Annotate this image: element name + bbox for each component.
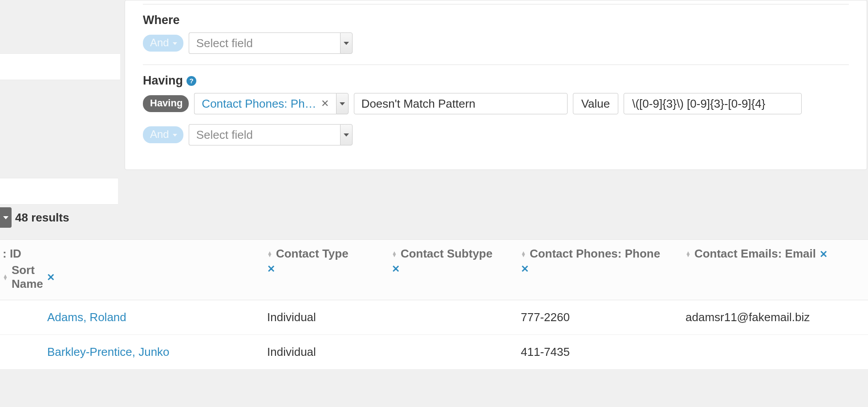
close-icon[interactable]: ✕ xyxy=(47,273,55,282)
value-label-text: Value xyxy=(581,97,610,111)
where-title-text: Where xyxy=(143,13,180,27)
cell-sort-name[interactable]: Barkley-Prentice, Junko xyxy=(47,345,267,359)
having-pattern-input[interactable]: \([0-9]{3}\) [0-9]{3}-[0-9]{4} xyxy=(624,93,802,114)
table-row[interactable]: Barkley-Prentice, Junko Individual 411-7… xyxy=(0,335,868,370)
cell-contact-type: Individual xyxy=(267,345,392,359)
having-title: Having ? xyxy=(143,74,849,88)
contact-link[interactable]: Barkley-Prentice, Junko xyxy=(47,345,170,359)
where-field-select[interactable]: Select field xyxy=(189,32,353,54)
caret-down-icon xyxy=(173,134,177,137)
caret-down-icon[interactable] xyxy=(340,124,353,145)
results-dropdown-toggle[interactable] xyxy=(0,207,12,228)
where-field-placeholder: Select field xyxy=(196,36,253,50)
col-contact-subtype[interactable]: Contact Subtype ✕ xyxy=(392,247,521,274)
where-section: Where And Select field xyxy=(143,4,849,64)
filter-panel: Where And Select field xyxy=(125,0,867,170)
having-field-body[interactable]: Contact Phones: Ph… ✕ xyxy=(194,93,336,114)
sort-icon[interactable] xyxy=(267,251,272,257)
having-field-select[interactable]: Contact Phones: Ph… ✕ xyxy=(194,93,348,114)
col-contact-phone[interactable]: Contact Phones: Phone ✕ xyxy=(521,247,685,274)
help-icon[interactable]: ? xyxy=(187,76,196,86)
value-label-button[interactable]: Value xyxy=(573,93,619,114)
table-header: : ID Sort Name ✕ Contact Type ✕ xyxy=(0,240,868,300)
having-and-button[interactable]: And xyxy=(143,126,183,143)
close-icon[interactable]: ✕ xyxy=(392,264,400,274)
results-count: 48 results xyxy=(15,211,69,225)
cell-contact-type: Individual xyxy=(267,310,392,324)
having-badge-label: Having xyxy=(150,98,183,108)
col-contact-type[interactable]: Contact Type ✕ xyxy=(267,247,392,274)
close-icon[interactable]: ✕ xyxy=(321,98,329,109)
close-icon[interactable]: ✕ xyxy=(819,250,827,259)
where-and-label: And xyxy=(150,37,169,48)
having-operator-select[interactable]: Doesn't Match Pattern xyxy=(354,93,568,114)
having-field-value: Contact Phones: Ph… xyxy=(202,97,316,111)
having-badge: Having xyxy=(143,95,189,112)
sort-icon[interactable] xyxy=(392,251,397,257)
caret-down-icon xyxy=(173,42,177,45)
having-add-field-body[interactable]: Select field xyxy=(189,124,340,145)
sidebar-stub-top xyxy=(0,53,120,80)
col-contact-type-label: Contact Type xyxy=(276,247,349,261)
col-contact-email-label: Contact Emails: Email xyxy=(694,247,816,261)
close-icon[interactable]: ✕ xyxy=(521,264,529,274)
results-table: : ID Sort Name ✕ Contact Type ✕ xyxy=(0,239,868,370)
cell-phone: 411-7435 xyxy=(521,345,685,359)
col-sort-name-spacer xyxy=(47,247,267,261)
where-field-select-body[interactable]: Select field xyxy=(189,32,340,54)
having-title-text: Having xyxy=(143,74,183,88)
col-sort-name-label: Sort Name xyxy=(12,263,43,291)
having-operator-value: Doesn't Match Pattern xyxy=(361,97,475,111)
sort-icon[interactable] xyxy=(3,274,8,280)
col-id[interactable]: : ID Sort Name ✕ xyxy=(0,247,47,291)
having-add-field-select[interactable]: Select field xyxy=(189,124,353,145)
cell-sort-name[interactable]: Adams, Roland xyxy=(47,310,267,324)
sort-icon[interactable] xyxy=(685,251,691,257)
contact-link[interactable]: Adams, Roland xyxy=(47,310,126,324)
col-contact-email[interactable]: Contact Emails: Email ✕ xyxy=(685,247,868,261)
close-icon[interactable]: ✕ xyxy=(267,264,275,274)
cell-phone: 777-2260 xyxy=(521,310,685,324)
having-pattern-value: \([0-9]{3}\) [0-9]{3}-[0-9]{4} xyxy=(632,97,765,111)
col-id-label: : ID xyxy=(3,247,21,261)
having-section: Having ? Having Contact Phones: Ph… ✕ xyxy=(143,65,849,156)
cell-email: adamsr11@fakemail.biz xyxy=(685,310,868,324)
where-and-button[interactable]: And xyxy=(143,35,183,52)
col-contact-phone-label: Contact Phones: Phone xyxy=(530,247,660,261)
table-row[interactable]: Adams, Roland Individual 777-2260 adamsr… xyxy=(0,300,868,335)
col-contact-subtype-label: Contact Subtype xyxy=(401,247,493,261)
sidebar-stub-bottom xyxy=(0,178,118,205)
caret-down-icon[interactable] xyxy=(336,93,349,114)
having-add-field-placeholder: Select field xyxy=(196,128,253,142)
caret-down-icon[interactable] xyxy=(340,32,353,54)
where-title: Where xyxy=(143,13,849,27)
having-and-label: And xyxy=(150,129,169,140)
results-bar: 48 results xyxy=(0,207,868,228)
sort-icon[interactable] xyxy=(521,251,526,257)
